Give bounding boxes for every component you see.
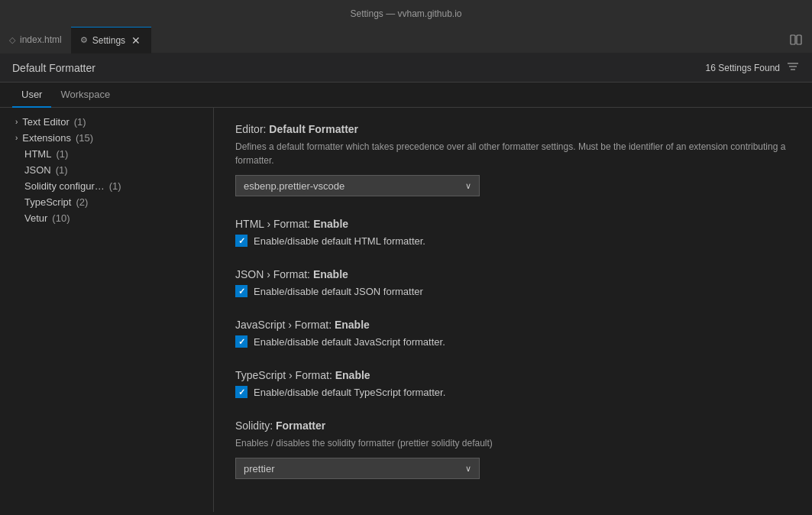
- tab-label-settings: Settings: [92, 35, 125, 46]
- sidebar-count-json: (1): [56, 164, 68, 176]
- sidebar-label-json: JSON: [24, 164, 51, 176]
- search-bar: Default Formatter 16 Settings Found: [0, 53, 812, 83]
- setting-block-json-format: JSON › Format: Enable ✓ Enable/disable d…: [235, 268, 791, 297]
- title-bar: Settings — vvham.github.io: [0, 0, 812, 27]
- scope-tabs: User Workspace: [0, 83, 812, 108]
- sidebar-item-solidity[interactable]: Solidity configur… (1): [0, 178, 213, 194]
- solidity-format-bold: Formatter: [276, 419, 325, 432]
- title-bar-text: Settings — vvham.github.io: [350, 8, 461, 19]
- html-format-checkmark: ✓: [238, 236, 245, 246]
- sidebar-item-extensions[interactable]: › Extensions (15): [0, 130, 213, 146]
- ts-format-label: Enable/disable default TypeScript format…: [254, 387, 445, 398]
- ts-format-bold: Enable: [335, 369, 370, 381]
- setting-block-js-format: JavaScript › Format: Enable ✓ Enable/dis…: [235, 319, 791, 348]
- html-format-label: Enable/disable default HTML formatter.: [254, 235, 425, 247]
- json-format-checkbox-row: ✓ Enable/disable default JSON formatter: [235, 285, 791, 297]
- main-dropdown-arrow: ∨: [465, 181, 471, 191]
- solidity-dropdown[interactable]: prettier ∨: [235, 458, 480, 479]
- solidity-dropdown-value: prettier: [244, 463, 274, 475]
- main-content: › Text Editor (1) › Extensions (15) HTML…: [0, 108, 812, 512]
- json-format-prefix: JSON › Format:: [235, 268, 313, 280]
- ts-format-title: TypeScript › Format: Enable: [235, 369, 791, 381]
- tab-bar: ◇ index.html ⚙ Settings ✕: [0, 27, 812, 53]
- sidebar-count-html: (1): [56, 148, 68, 160]
- setting-block-solidity: Solidity: Formatter Enables / disables t…: [235, 419, 791, 479]
- sidebar-label-vetur: Vetur: [24, 212, 47, 224]
- chevron-text-editor: ›: [15, 118, 18, 126]
- main-dropdown-value: esbenp.prettier-vscode: [244, 180, 345, 192]
- solidity-format-prefix: Solidity:: [235, 419, 276, 432]
- ts-format-checkbox[interactable]: ✓: [235, 386, 247, 398]
- sidebar-item-json[interactable]: JSON (1): [0, 162, 213, 178]
- html-format-bold: Enable: [313, 218, 348, 230]
- settings-found-area: 16 Settings Found: [706, 60, 800, 76]
- sidebar-count-solidity: (1): [109, 180, 121, 192]
- json-format-checkbox[interactable]: ✓: [235, 285, 247, 297]
- sidebar-item-typescript[interactable]: TypeScript (2): [0, 194, 213, 210]
- sidebar-item-html[interactable]: HTML (1): [0, 146, 213, 162]
- sidebar-label-typescript: TypeScript: [24, 196, 71, 208]
- content-panel: Editor: Default Formatter Defines a defa…: [214, 108, 812, 512]
- sidebar-item-text-editor[interactable]: › Text Editor (1): [0, 114, 213, 130]
- main-setting-title: Editor: Default Formatter: [235, 123, 791, 135]
- ts-format-checkbox-row: ✓ Enable/disable default TypeScript form…: [235, 386, 791, 398]
- main-dropdown[interactable]: esbenp.prettier-vscode ∨: [235, 175, 480, 196]
- sidebar-label-html: HTML: [24, 148, 51, 160]
- sidebar-count-typescript: (2): [76, 196, 88, 208]
- tab-bar-right: [788, 31, 812, 48]
- main-title-bold: Default Formatter: [269, 123, 358, 135]
- solidity-format-desc: Enables / disables the solidity formatte…: [235, 436, 791, 450]
- json-format-bold: Enable: [313, 268, 348, 280]
- split-editor-icon[interactable]: [788, 31, 804, 48]
- scope-tab-user[interactable]: User: [12, 83, 51, 108]
- setting-block-html-format: HTML › Format: Enable ✓ Enable/disable d…: [235, 218, 791, 247]
- tab-icon-index-html: ◇: [9, 35, 15, 45]
- html-format-prefix: HTML › Format:: [235, 218, 313, 230]
- search-title: Default Formatter: [12, 62, 95, 74]
- main-title-prefix: Editor:: [235, 123, 269, 135]
- sidebar-label-solidity: Solidity configur…: [24, 180, 105, 192]
- js-format-checkbox[interactable]: ✓: [235, 335, 247, 348]
- sidebar-count-extensions: (15): [76, 132, 93, 144]
- json-format-checkmark: ✓: [238, 287, 245, 296]
- ts-format-prefix: TypeScript › Format:: [235, 369, 335, 381]
- scope-tab-workspace[interactable]: Workspace: [51, 83, 119, 108]
- sidebar: › Text Editor (1) › Extensions (15) HTML…: [0, 108, 214, 512]
- solidity-format-title: Solidity: Formatter: [235, 419, 791, 432]
- json-format-title: JSON › Format: Enable: [235, 268, 791, 280]
- main-setting-desc: Defines a default formatter which takes …: [235, 140, 791, 167]
- sidebar-count-text-editor: (1): [74, 116, 86, 128]
- setting-block-ts-format: TypeScript › Format: Enable ✓ Enable/dis…: [235, 369, 791, 398]
- chevron-extensions: ›: [15, 134, 18, 142]
- svg-rect-1: [797, 35, 801, 44]
- ts-format-checkmark: ✓: [238, 387, 245, 397]
- tab-icon-settings: ⚙: [80, 35, 88, 45]
- json-format-label: Enable/disable default JSON formatter: [254, 286, 423, 297]
- sidebar-count-vetur: (10): [52, 212, 70, 224]
- html-format-title: HTML › Format: Enable: [235, 218, 791, 230]
- html-format-checkbox[interactable]: ✓: [235, 235, 247, 247]
- settings-found-count: 16 Settings Found: [706, 63, 780, 73]
- sidebar-label-extensions: Extensions: [22, 132, 71, 144]
- tab-label-index-html: index.html: [20, 34, 62, 45]
- svg-rect-0: [791, 35, 795, 44]
- filter-icon[interactable]: [786, 60, 800, 76]
- js-format-checkbox-row: ✓ Enable/disable default JavaScript form…: [235, 335, 791, 348]
- tab-settings[interactable]: ⚙ Settings ✕: [71, 27, 151, 53]
- setting-block-main: Editor: Default Formatter Defines a defa…: [235, 123, 791, 196]
- html-format-checkbox-row: ✓ Enable/disable default HTML formatter.: [235, 235, 791, 247]
- sidebar-item-vetur[interactable]: Vetur (10): [0, 210, 213, 226]
- js-format-label: Enable/disable default JavaScript format…: [254, 336, 445, 348]
- sidebar-label-text-editor: Text Editor: [22, 116, 69, 128]
- js-format-prefix: JavaScript › Format:: [235, 319, 335, 331]
- js-format-bold: Enable: [335, 319, 370, 331]
- js-format-title: JavaScript › Format: Enable: [235, 319, 791, 331]
- tab-index-html[interactable]: ◇ index.html: [0, 27, 71, 53]
- js-format-checkmark: ✓: [238, 337, 245, 347]
- tab-close-settings[interactable]: ✕: [130, 34, 142, 47]
- solidity-dropdown-arrow: ∨: [465, 464, 471, 474]
